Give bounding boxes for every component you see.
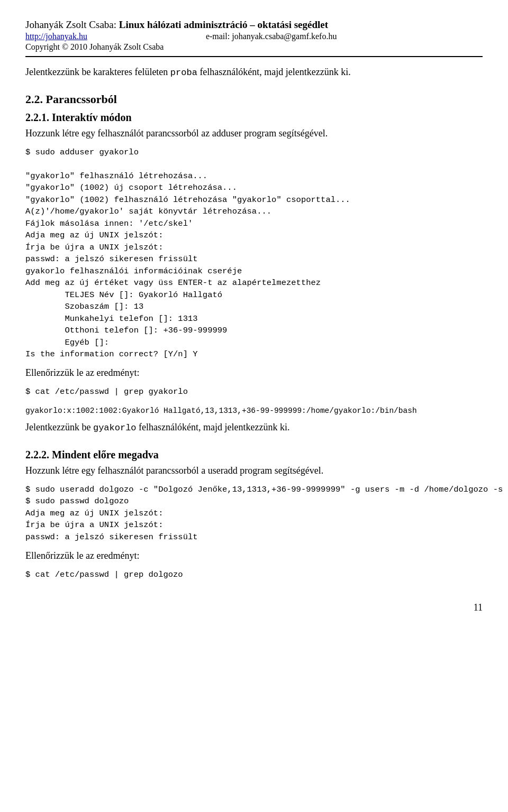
- section-221-label: Interaktív módon: [52, 112, 132, 123]
- section-222-body: Hozzunk létre egy felhasználót parancsso…: [25, 465, 483, 476]
- section-222-title: 2.2.2. Mindent előre megadva: [25, 449, 483, 461]
- section-22-label: Parancssorból: [46, 93, 117, 106]
- section-222-number: 2.2.2.: [25, 449, 49, 460]
- header-title: Johanyák Zsolt Csaba: Linux hálózati adm…: [25, 19, 483, 31]
- section-222: 2.2.2. Mindent előre megadva Hozzunk lét…: [25, 449, 483, 581]
- header-email: e-mail: johanyak.csaba@gamf.kefo.hu: [206, 32, 337, 41]
- cat-passwd-dolgozo-code: $ cat /etc/passwd | grep dolgozo: [25, 569, 483, 580]
- section-222-label: Mindent előre megadva: [52, 449, 159, 460]
- useradd-code-block: $ sudo useradd dolgozo -c "Dolgozó Jenők…: [25, 484, 483, 543]
- adduser-code-block: $ sudo adduser gyakorlo "gyakorlo" felha…: [25, 146, 483, 360]
- header-url-link[interactable]: http://johanyak.hu: [25, 32, 87, 41]
- intro-text1: Jelentkezzünk be karakteres felületen: [25, 67, 170, 77]
- intro-code: proba: [170, 68, 197, 78]
- header-copyright: Copyright © 2010 Johanyák Zsolt Csaba: [25, 42, 483, 52]
- page-header: Johanyák Zsolt Csaba: Linux hálózati adm…: [25, 19, 483, 57]
- section-221-body: Hozzunk létre egy felhasználót parancsso…: [25, 128, 483, 139]
- login-prefix: Jelentkezzünk be: [25, 422, 93, 432]
- check-label-1: Ellenőrizzük le az eredményt:: [25, 367, 483, 379]
- intro-text2: felhasználóként, majd jelentkezzünk ki.: [197, 67, 351, 77]
- check-label-2: Ellenőrizzük le az eredményt:: [25, 550, 483, 561]
- section-22-number: 2.2.: [25, 93, 43, 106]
- header-divider: [25, 56, 483, 57]
- section-221-number: 2.2.1.: [25, 112, 49, 123]
- page-number: 11: [25, 602, 483, 613]
- intro-paragraph: Jelentkezzünk be karakteres felületen pr…: [25, 67, 483, 78]
- login-suffix: felhasználóként, majd jelentkezzünk ki.: [137, 422, 290, 432]
- login-text-1: Jelentkezzünk be gyakorlo felhasználókén…: [25, 422, 483, 433]
- cat-passwd-code: $ cat /etc/passwd | grep gyakorlo: [25, 386, 483, 398]
- header-links: http://johanyak.hu e-mail: johanyak.csab…: [25, 32, 483, 41]
- header-title-prefix: Johanyák Zsolt Csaba:: [25, 19, 119, 30]
- section-22: 2.2. Parancssorból 2.2.1. Interaktív mód…: [25, 93, 483, 581]
- passwd-result-code: gyakorlo:x:1002:1002:Gyakorló Hallgató,1…: [25, 405, 483, 417]
- section-22-title: 2.2. Parancssorból: [25, 93, 483, 106]
- section-221-title: 2.2.1. Interaktív módon: [25, 112, 483, 124]
- login-code: gyakorlo: [93, 423, 137, 433]
- section-221: 2.2.1. Interaktív módon Hozzunk létre eg…: [25, 112, 483, 433]
- header-title-bold: Linux hálózati adminisztráció – oktatási…: [119, 19, 328, 30]
